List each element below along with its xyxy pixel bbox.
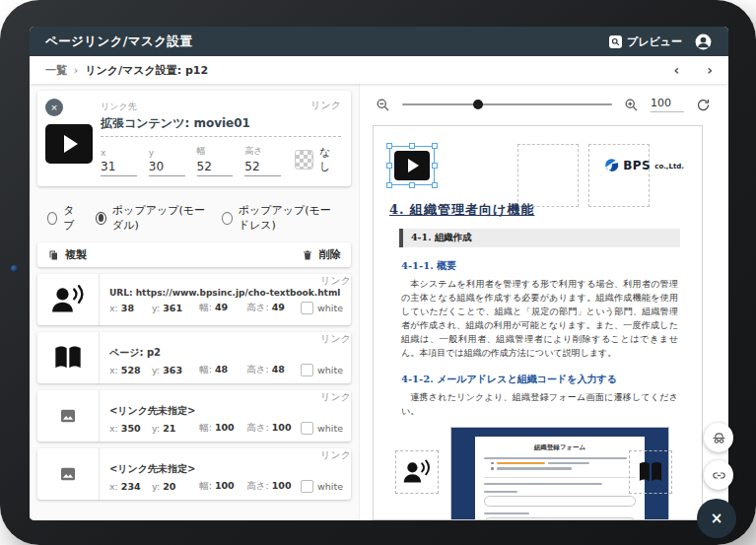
form-divider <box>484 477 636 478</box>
speaker-person-icon <box>402 458 432 486</box>
breadcrumb: 一覧 › リンク/マスク設置: p12 ‹ › <box>30 56 728 84</box>
close-panel-button[interactable]: × <box>697 499 736 538</box>
radio-popup-modeless[interactable]: ポップアップ(モードレス) <box>222 203 341 233</box>
x-field[interactable]: 31 <box>101 160 137 176</box>
video-play-icon[interactable] <box>394 151 430 180</box>
link-item-title: <リンク先未指定> <box>109 462 343 476</box>
book-icon <box>636 458 665 486</box>
width-field[interactable]: 52 <box>197 160 234 176</box>
preview-magnifier-icon <box>609 35 622 48</box>
audio-link-region[interactable] <box>395 450 439 494</box>
radio-circle-icon <box>47 212 57 225</box>
book-icon <box>37 332 100 383</box>
radio-circle-icon <box>222 212 233 225</box>
white-checkbox[interactable] <box>301 480 313 493</box>
link-list-item-url[interactable]: リンク URL: https://www.bpsinc.jp/cho-textb… <box>37 274 351 325</box>
next-page-button[interactable]: › <box>707 63 713 77</box>
link-type-badge: リンク <box>320 448 351 462</box>
white-label: white <box>317 423 343 434</box>
white-label: white <box>317 481 343 492</box>
doc-subheading-1: 4-1-1. 概要 <box>401 259 688 273</box>
destination-value[interactable]: 拡張コンテンツ: movie01 <box>101 115 341 137</box>
link-type-badge: リンク <box>320 332 351 346</box>
form-title: 組織登録フォーム <box>484 443 636 452</box>
doc-paragraph-1: 本システムを利用者を管理する形で利用する場合、利用者の管理の主体となる組織を作成… <box>401 278 678 361</box>
selected-video-link[interactable] <box>389 146 435 185</box>
link-type-badge: リンク <box>320 274 351 288</box>
white-checkbox[interactable] <box>301 364 313 376</box>
image-icon <box>37 390 100 442</box>
slider-thumb[interactable] <box>473 100 483 109</box>
link-item-title: <リンク先未指定> <box>109 404 343 418</box>
trash-icon <box>302 249 313 261</box>
copy-icon <box>47 249 59 261</box>
zoom-slider[interactable] <box>402 100 612 109</box>
mask-tool-button[interactable] <box>704 423 733 452</box>
close-icon[interactable]: × <box>45 99 63 116</box>
close-icon: × <box>711 510 723 527</box>
y-field[interactable]: 30 <box>149 160 185 176</box>
white-checkbox[interactable] <box>301 302 313 314</box>
mask-region-placeholder[interactable] <box>588 144 650 207</box>
link-type-badge: リンク <box>310 99 341 112</box>
camera-dot <box>11 265 18 272</box>
form-bullet-line <box>491 467 636 470</box>
incognito-mask-icon <box>711 430 727 446</box>
width-label: 幅 <box>197 145 234 158</box>
form-text-line <box>484 483 602 485</box>
breadcrumb-current: リンク/マスク設置: p12 <box>85 63 208 78</box>
document-page[interactable]: BPS co.,Ltd. 4. 組織管理者向け機能 4-1. 組織作成 4-1-… <box>373 125 703 520</box>
page-title: ページリンク/マスク設置 <box>45 34 192 50</box>
link-item-title: ページ: p2 <box>109 346 343 360</box>
page-link-region[interactable] <box>629 450 672 494</box>
delete-button[interactable]: 削除 <box>302 247 341 262</box>
doc-heading: 4. 組織管理者向け機能 <box>389 201 534 219</box>
breadcrumb-root[interactable]: 一覧 <box>45 63 67 78</box>
doc-subheading-2: 4-1-2. メールアドレスと組織コードを入力する <box>401 373 688 386</box>
breadcrumb-separator: › <box>74 65 78 76</box>
preview-panel: 100 <box>359 84 728 520</box>
x-label: x <box>101 148 137 158</box>
bps-logo-icon <box>604 158 619 172</box>
destination-label: リンク先 <box>101 101 341 113</box>
radio-tab[interactable]: タブ <box>47 203 80 233</box>
link-type-badge: リンク <box>320 390 351 404</box>
white-label: white <box>317 303 343 313</box>
form-text-line <box>484 457 627 459</box>
link-icon <box>711 467 727 484</box>
white-checkbox[interactable] <box>301 422 313 435</box>
app-bar: ページリンク/マスク設置 プレビュー <box>30 27 728 56</box>
link-list-item-unassigned[interactable]: リンク <リンク先未指定> x:234 y:20 幅:100 高さ:100 wh… <box>37 448 351 500</box>
form-label-line <box>484 512 529 514</box>
speaker-person-icon <box>37 274 100 325</box>
open-mode-radios: タブ ポップアップ(モーダル) ポップアップ(モードレス) <box>37 194 351 242</box>
video-play-icon[interactable] <box>45 124 93 164</box>
link-tool-button[interactable] <box>704 460 733 490</box>
account-icon[interactable] <box>694 33 713 51</box>
prev-page-button[interactable]: ‹ <box>673 63 679 77</box>
zoom-in-icon[interactable] <box>624 98 639 112</box>
doc-section-bar: 4-1. 組織作成 <box>399 229 680 247</box>
link-list-item-page[interactable]: リンク ページ: p2 x:528 y:363 幅:48 高さ:48 white <box>37 332 351 383</box>
zoom-out-icon[interactable] <box>376 98 390 112</box>
mask-none-label: なし <box>319 145 341 174</box>
zoom-toolbar: 100 <box>376 92 711 117</box>
y-label: y <box>149 148 185 158</box>
tablet-frame: ページリンク/マスク設置 プレビュー <box>0 0 756 545</box>
height-field[interactable]: 52 <box>244 160 281 176</box>
bps-logo: BPS co.,Ltd. <box>604 158 684 172</box>
form-email-input <box>484 496 636 507</box>
mask-region-placeholder[interactable] <box>517 144 579 207</box>
radio-circle-selected-icon <box>96 212 106 225</box>
form-code-input <box>484 517 636 520</box>
link-list-item-unassigned[interactable]: リンク <リンク先未指定> x:350 y:21 幅:100 高さ:100 wh… <box>37 390 351 442</box>
duplicate-button[interactable]: 複製 <box>47 247 87 262</box>
app-screen: ページリンク/マスク設置 プレビュー <box>30 27 728 520</box>
preview-button[interactable]: プレビュー <box>609 34 682 49</box>
white-label: white <box>317 365 343 375</box>
zoom-value-input[interactable]: 100 <box>651 97 684 112</box>
mask-transparent-swatch[interactable] <box>295 150 313 170</box>
radio-popup-modal[interactable]: ポップアップ(モーダル) <box>96 203 206 233</box>
form-bullet-line <box>491 462 636 465</box>
refresh-icon[interactable] <box>696 98 711 112</box>
